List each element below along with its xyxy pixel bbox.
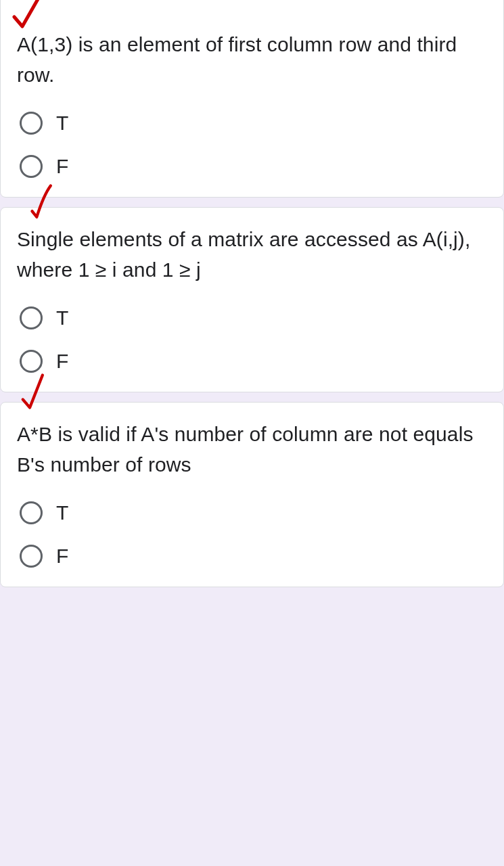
option-label: T	[56, 306, 68, 329]
radio-icon	[20, 155, 43, 178]
option-label: F	[56, 545, 68, 568]
option-f[interactable]: F	[20, 545, 487, 568]
question-text: A*B is valid if A's number of column are…	[17, 419, 487, 480]
radio-icon	[20, 350, 43, 373]
radio-icon	[20, 501, 43, 524]
option-t[interactable]: T	[20, 112, 487, 135]
question-text: A(1,3) is an element of first column row…	[17, 29, 487, 90]
form-container: A(1,3) is an element of first column row…	[0, 0, 504, 587]
question-card: Single elements of a matrix are accessed…	[0, 207, 504, 392]
option-f[interactable]: F	[20, 155, 487, 178]
question-text: Single elements of a matrix are accessed…	[17, 224, 487, 285]
question-card: A(1,3) is an element of first column row…	[0, 0, 504, 198]
option-t[interactable]: T	[20, 306, 487, 329]
radio-icon	[20, 306, 43, 329]
options-group: T F	[17, 304, 487, 373]
question-card: A*B is valid if A's number of column are…	[0, 402, 504, 587]
radio-icon	[20, 545, 43, 568]
options-group: T F	[17, 109, 487, 178]
option-label: T	[56, 501, 68, 524]
option-label: F	[56, 350, 68, 373]
options-group: T F	[17, 499, 487, 568]
option-label: T	[56, 112, 68, 135]
radio-icon	[20, 112, 43, 135]
option-label: F	[56, 155, 68, 178]
option-f[interactable]: F	[20, 350, 487, 373]
option-t[interactable]: T	[20, 501, 487, 524]
